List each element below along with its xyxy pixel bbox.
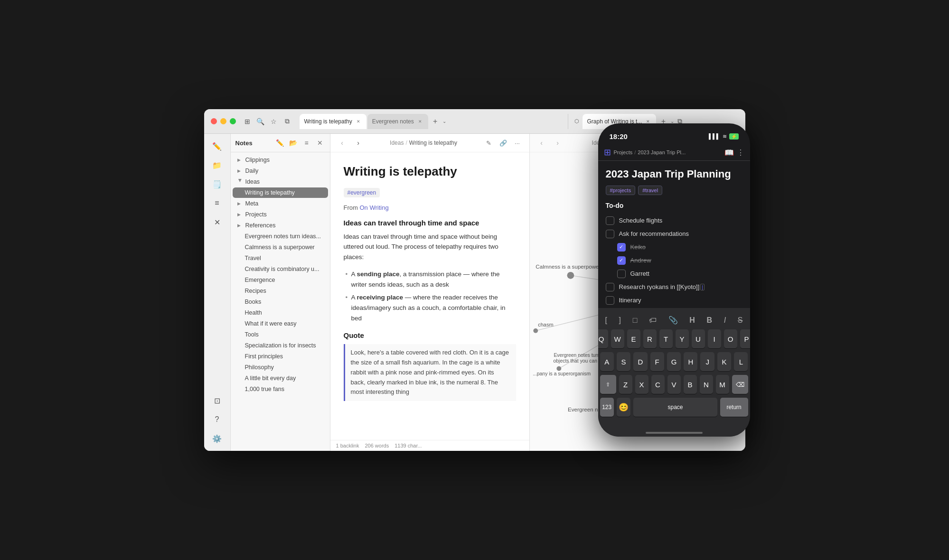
key-num[interactable]: 123 (600, 398, 614, 417)
sidebar-group-references[interactable]: ▶ References (233, 220, 328, 231)
folder-icon[interactable]: 📁 (208, 157, 226, 174)
folder-nav-icon[interactable]: 📂 (288, 138, 299, 148)
sidebar-note-emergence[interactable]: Emergence (233, 275, 328, 285)
sidebar-note-what-if[interactable]: What if it were easy (233, 318, 328, 329)
sidebar-note-writing-is-telepathy[interactable]: Writing is telepathy (233, 187, 328, 198)
phone-todo-garrett[interactable]: Garrett (606, 267, 742, 280)
key-c[interactable]: C (651, 375, 665, 394)
key-w[interactable]: W (611, 329, 624, 348)
link-icon[interactable]: 🔗 (497, 137, 509, 149)
phone-checkbox-keiko[interactable] (617, 243, 626, 252)
maximize-button[interactable] (230, 118, 236, 124)
phone-todo-ask-recommendations[interactable]: Ask for recommendations (606, 227, 742, 241)
kbd-tag[interactable]: 🏷 (647, 314, 659, 327)
key-v[interactable]: V (667, 375, 681, 394)
sidebar-note-creativity[interactable]: Creativity is combinatory u... (233, 264, 328, 274)
close-notes-icon[interactable]: ✕ (315, 138, 325, 148)
phone-checkbox-garrett[interactable] (617, 270, 626, 278)
key-a[interactable]: A (600, 352, 614, 371)
close-button[interactable] (211, 118, 217, 124)
graph-node-chasm[interactable] (533, 328, 538, 333)
key-u[interactable]: U (692, 329, 705, 348)
back-button[interactable]: ‹ (336, 137, 348, 149)
kbd-attach[interactable]: 📎 (666, 314, 680, 327)
forward-button[interactable]: › (352, 137, 365, 149)
sidebar-note-tools[interactable]: Tools (233, 329, 328, 340)
sidebar-note-recipes[interactable]: Recipes (233, 286, 328, 296)
sidebar-group-daily[interactable]: ▶ Daily (233, 166, 328, 176)
key-s[interactable]: S (617, 352, 630, 371)
tab-writing-is-telepathy[interactable]: Writing is telepathy ✕ (300, 114, 366, 129)
phone-checkbox-andrew[interactable] (617, 256, 626, 265)
close-sidebar-icon[interactable]: ✕ (208, 214, 226, 231)
key-b[interactable]: B (684, 375, 697, 394)
note-tag[interactable]: #evergreen (344, 188, 380, 197)
kbd-strikethrough[interactable]: S (735, 314, 745, 327)
kbd-bracket-close[interactable]: ] (617, 314, 623, 327)
kbd-bracket-open[interactable]: [ (603, 314, 610, 327)
key-l[interactable]: L (734, 352, 748, 371)
phone-tag-projects[interactable]: #projects (606, 186, 636, 195)
sidebar-note-calmness[interactable]: Calmness is a superpower (233, 242, 328, 252)
key-m[interactable]: M (716, 375, 729, 394)
sidebar-note-1000-fans[interactable]: 1,000 true fans (233, 384, 328, 394)
graph-back-button[interactable]: ‹ (536, 137, 548, 149)
sort-icon[interactable]: ≡ (208, 195, 226, 212)
phone-todo-itinerary[interactable]: Itinerary (606, 294, 742, 307)
sidebar-toggle-icon[interactable]: ⊞ (243, 117, 252, 126)
search-icon[interactable]: 🔍 (256, 117, 265, 126)
key-return[interactable]: return (720, 398, 748, 417)
key-p[interactable]: P (740, 329, 750, 348)
kbd-italic[interactable]: I (722, 314, 728, 327)
new-note-icon[interactable]: ✏️ (275, 138, 285, 148)
note-content[interactable]: Writing is telepathy #evergreen From On … (330, 152, 529, 440)
from-link[interactable]: On Writing (359, 204, 388, 211)
phone-checkbox-ryokans[interactable] (606, 283, 614, 291)
key-i[interactable]: I (708, 329, 721, 348)
key-f[interactable]: F (650, 352, 664, 371)
sidebar-group-meta[interactable]: ▶ Meta (233, 198, 328, 209)
key-x[interactable]: X (635, 375, 648, 394)
phone-checkbox-itinerary[interactable] (606, 296, 614, 305)
minimize-button[interactable] (220, 118, 226, 124)
notes-icon[interactable]: 🗒️ (208, 176, 226, 193)
key-q[interactable]: Q (598, 329, 608, 348)
help-icon[interactable]: ? (208, 411, 226, 428)
key-d[interactable]: D (633, 352, 647, 371)
sidebar-note-evergreen[interactable]: Evergreen notes turn ideas... (233, 231, 328, 242)
sidebar-note-philosophy[interactable]: Philosophy (233, 362, 328, 373)
sidebar-note-first-principles[interactable]: First principles (233, 351, 328, 362)
graph-forward-button[interactable]: › (552, 137, 564, 149)
phone-todo-keiko[interactable]: Keiko (606, 241, 742, 254)
kbd-bold[interactable]: B (704, 314, 714, 327)
tab-evergreen-notes[interactable]: Evergreen notes ✕ (367, 114, 428, 129)
sidebar-group-ideas[interactable]: ▶ Ideas (233, 177, 328, 187)
sidebar-group-clippings[interactable]: ▶ Clippings (233, 155, 328, 165)
compose-icon[interactable]: ✏️ (208, 138, 226, 155)
key-k[interactable]: K (717, 352, 731, 371)
key-n[interactable]: N (700, 375, 713, 394)
panel-icon[interactable]: ⧉ (282, 117, 292, 126)
phone-more-icon[interactable]: ⋮ (737, 148, 744, 157)
edit-icon[interactable]: ✎ (483, 137, 495, 149)
sidebar-note-specialization[interactable]: Specialization is for insects (233, 340, 328, 351)
graph-node-superorganism[interactable] (556, 366, 561, 371)
kbd-checkbox[interactable]: □ (630, 314, 640, 327)
tab-close-icon[interactable]: ✕ (355, 118, 362, 125)
key-g[interactable]: G (667, 352, 681, 371)
sidebar-note-books[interactable]: Books (233, 297, 328, 307)
key-j[interactable]: J (700, 352, 714, 371)
sidebar-note-travel[interactable]: Travel (233, 253, 328, 263)
sort-notes-icon[interactable]: ≡ (301, 138, 312, 148)
phone-book-icon[interactable]: 📖 (724, 148, 734, 157)
key-r[interactable]: R (643, 329, 657, 348)
phone-checkbox-schedule[interactable] (606, 216, 614, 225)
tab-close-icon[interactable]: ✕ (417, 118, 423, 125)
more-icon[interactable]: ··· (511, 137, 524, 149)
phone-todo-schedule-flights[interactable]: Schedule flights (606, 214, 742, 227)
key-shift[interactable]: ⇧ (600, 375, 616, 394)
key-y[interactable]: Y (676, 329, 689, 348)
settings-icon[interactable]: ⚙️ (208, 430, 226, 447)
sidebar-group-projects[interactable]: ▶ Projects (233, 209, 328, 220)
phone-todo-ryokans[interactable]: Research ryokans in [[Kyoto]]| (606, 280, 742, 294)
